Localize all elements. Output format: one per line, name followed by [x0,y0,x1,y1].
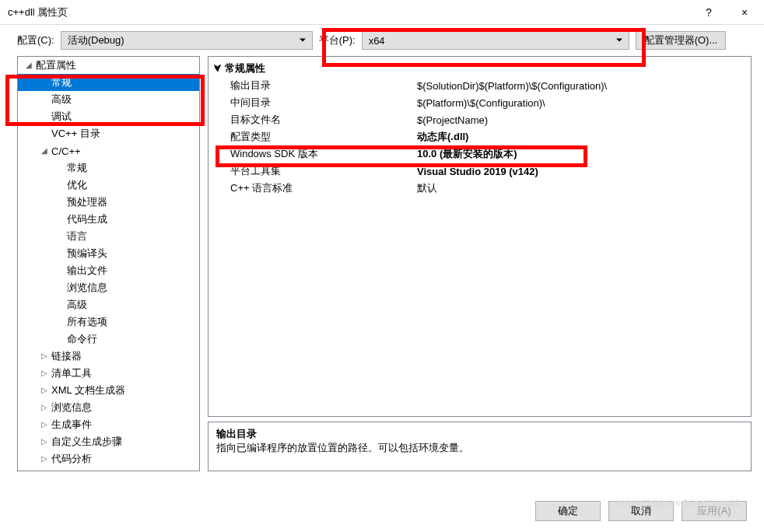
config-select[interactable]: 活动(Debug) [61,31,313,50]
property-row[interactable]: 配置类型动态库(.dll) [209,128,751,145]
tree-item-label: 自定义生成步骤 [51,435,122,449]
expander-icon: ▷ [40,369,49,378]
chevron-down-icon: ⮟ [213,64,223,73]
expander-icon: ▷ [40,386,49,395]
tree-item-label: 代码分析 [51,452,92,466]
tree-root[interactable]: ◢配置属性 [18,57,199,74]
tree-item[interactable]: 预编译头 [18,245,199,262]
property-row[interactable]: C++ 语言标准默认 [209,180,751,197]
tree-item[interactable]: 优化 [18,177,199,194]
tree-item-label: 调试 [51,110,72,124]
property-row[interactable]: Windows SDK 版本10.0 (最新安装的版本) [209,145,751,163]
property-key: 输出目录 [230,79,417,93]
expander-icon: ◢ [24,61,33,70]
tree-item[interactable]: 预处理器 [18,194,199,211]
tree-item-label: 命令行 [67,332,97,346]
expander-icon [55,249,65,258]
expander-icon [40,95,49,104]
platform-label: 平台(P): [319,33,356,47]
tree-item-label: 语言 [67,229,87,243]
property-value: Visual Studio 2019 (v142) [417,166,748,177]
titlebar: c++dll 属性页 ? × [0,0,764,25]
group-header[interactable]: ⮟常规属性 [209,60,751,77]
tree-item-label: 浏览信息 [51,401,92,415]
tree-item-label: 预编译头 [67,247,107,261]
tree-item[interactable]: ▷自定义生成步骤 [18,433,199,450]
close-button[interactable]: × [727,1,762,24]
help-button[interactable]: ? [691,1,727,24]
property-row[interactable]: 平台工具集Visual Studio 2019 (v142) [209,163,751,180]
config-label: 配置(C): [17,33,54,47]
expander-icon [40,78,49,87]
tree-item-label: 所有选项 [67,315,107,329]
expander-icon [55,215,65,224]
expander-icon: ◢ [40,146,49,156]
tree-item-label: 高级 [67,298,87,312]
property-row[interactable]: 中间目录$(Platform)\$(Configuration)\ [209,94,751,111]
property-key: 平台工具集 [230,164,417,178]
tree-item[interactable]: 调试 [18,108,199,125]
expander-icon [55,232,65,241]
expander-icon [40,112,49,121]
tree-item[interactable]: ▷代码分析 [18,450,199,467]
toolbar: 配置(C): 活动(Debug) 平台(P): x64 配置管理器(O)... [0,25,764,56]
dialog-buttons: 确定 取消 应用(A) [535,501,747,521]
ok-button[interactable]: 确定 [535,501,601,521]
property-key: 配置类型 [230,130,417,144]
right-panel: ⮟常规属性 输出目录$(SolutionDir)$(Platform)\$(Co… [208,56,752,471]
expander-icon [55,300,65,310]
tree-item[interactable]: 常规 [18,159,199,177]
tree-item[interactable]: 浏览信息 [18,279,199,296]
tree-item[interactable]: 所有选项 [18,313,199,331]
tree-item[interactable]: ◢C/C++ [18,142,199,159]
tree-item[interactable]: 常规 [18,74,199,91]
property-value: 10.0 (最新安装的版本) [417,147,748,161]
expander-icon: ▷ [40,352,49,361]
tree-item[interactable]: ▷XML 文档生成器 [18,382,199,399]
tree-scroll[interactable]: ◢配置属性 常规高级调试VC++ 目录◢C/C++常规优化预处理器代码生成语言预… [18,57,199,471]
tree-item[interactable]: 命令行 [18,331,199,348]
tree-item[interactable]: 语言 [18,228,199,245]
tree-item-label: 生成事件 [51,418,92,432]
tree-item-label: 链接器 [51,349,82,363]
tree-item-label: 输出文件 [67,264,107,278]
property-value: 动态库(.dll) [417,130,748,144]
tree-item-label: 高级 [51,93,72,107]
help-description: 指向已编译程序的放置位置的路径。可以包括环境变量。 [216,441,743,455]
tree-item-label: VC++ 目录 [51,127,100,141]
property-value: 默认 [417,181,748,195]
platform-select[interactable]: x64 [362,31,629,50]
tree-item-label: XML 文档生成器 [51,383,125,397]
tree-item-label: 优化 [67,178,87,192]
expander-icon: ▷ [40,454,49,464]
body: ◢配置属性 常规高级调试VC++ 目录◢C/C++常规优化预处理器代码生成语言预… [0,56,764,471]
window-title: c++dll 属性页 [8,5,691,19]
property-value: $(Platform)\$(Configuration)\ [417,97,748,109]
property-value: $(SolutionDir)$(Platform)\$(Configuratio… [417,80,748,92]
expander-icon: ▷ [40,437,49,446]
tree-item-label: 预处理器 [67,195,107,209]
property-row[interactable]: 输出目录$(SolutionDir)$(Platform)\$(Configur… [209,77,751,94]
help-panel: 输出目录 指向已编译程序的放置位置的路径。可以包括环境变量。 [208,422,752,471]
expander-icon [55,266,65,275]
tree-item[interactable]: ▷生成事件 [18,416,199,433]
config-manager-button[interactable]: 配置管理器(O)... [636,31,727,50]
tree-item[interactable]: ▷链接器 [18,348,199,365]
tree-item[interactable]: 输出文件 [18,262,199,279]
cancel-button[interactable]: 取消 [608,501,674,521]
tree-item[interactable]: VC++ 目录 [18,125,199,142]
tree-item[interactable]: ▷浏览信息 [18,399,199,416]
expander-icon [55,180,65,190]
tree-item[interactable]: 高级 [18,296,199,313]
tree-item[interactable]: ▷清单工具 [18,365,199,382]
apply-button[interactable]: 应用(A) [682,501,747,521]
property-grid[interactable]: ⮟常规属性 输出目录$(SolutionDir)$(Platform)\$(Co… [208,56,752,417]
property-key: C++ 语言标准 [230,181,417,195]
property-key: 目标文件名 [230,113,417,127]
expander-icon [55,198,65,207]
tree-item[interactable]: 高级 [18,91,199,108]
expander-icon [40,129,49,138]
tree-item[interactable]: 代码生成 [18,211,199,228]
property-row[interactable]: 目标文件名$(ProjectName) [209,111,751,128]
tree-item-label: 浏览信息 [67,281,107,295]
